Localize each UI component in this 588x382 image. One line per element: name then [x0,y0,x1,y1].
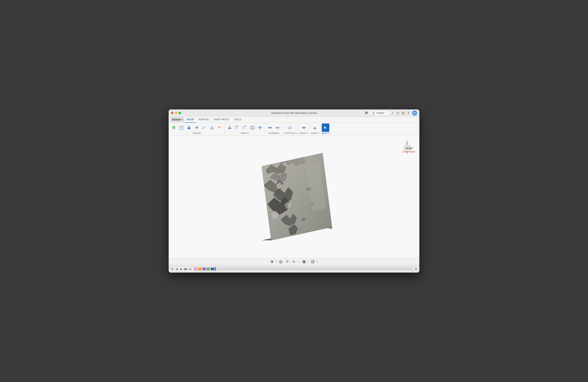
grid-dropdown[interactable]: ▾ [316,260,318,264]
prev-button[interactable]: ◀ [175,267,179,271]
assemble-label: ASSEMBLE▾ [266,132,281,135]
svg-rect-83 [303,261,304,262]
timeline-item-0[interactable] [194,268,197,270]
svg-marker-17 [189,126,190,126]
svg-rect-43 [276,127,277,128]
tab-tools[interactable]: TOOLS [232,117,243,123]
svg-rect-2 [365,113,366,114]
inspect-group: INSPECT▾ [299,123,308,135]
display-dropdown[interactable]: ▾ [307,260,310,264]
loft-button[interactable] [208,123,216,132]
design-dropdown[interactable]: DESIGN ▾ [170,117,184,122]
history-icon[interactable] [401,111,405,115]
svg-rect-41 [270,127,272,128]
new-component-button[interactable]: + [170,123,178,132]
svg-text:X: X [414,151,415,153]
construct-label: CONSTRUCT▾ [284,132,297,135]
close-button[interactable] [171,112,173,114]
svg-rect-32 [252,127,253,129]
next-button[interactable]: ▶▶ [184,267,188,271]
svg-rect-86 [304,262,305,263]
svg-text:3D: 3D [373,113,375,114]
svg-line-79 [294,262,295,263]
toolbar-container: DESIGN ▾ SOLID SURFACE SHEET METAL TOOLS [169,117,419,136]
skip-start-button[interactable]: ⏮ [170,267,174,271]
view-cube[interactable]: Z X FRONT [399,140,414,155]
select-label: SELECT▾ [321,132,330,135]
grid-display-icon[interactable] [311,260,315,264]
pan-icon[interactable] [285,260,290,264]
orbit-icon[interactable] [270,260,274,264]
sweep-button[interactable] [201,123,208,132]
svg-rect-1 [367,112,368,113]
svg-marker-38 [261,127,262,128]
title-bar: Autodesk Fusion 360 (Education License) … [169,109,419,117]
viewport[interactable]: Z X FRONT [169,136,419,258]
maximize-button[interactable] [179,112,181,114]
minimize-button[interactable] [175,112,177,114]
play-button[interactable]: ▶ [179,267,183,271]
sync-icon[interactable] [396,111,399,115]
tab-solid[interactable]: SOLID [185,117,196,123]
timeline-controls: ⏮ ◀ ▶ ▶▶ ⏭ [170,267,192,271]
move-button[interactable] [256,123,264,132]
timeline-track[interactable] [193,267,413,271]
svg-rect-91 [311,260,314,263]
user-avatar[interactable]: BH [412,111,417,115]
svg-rect-40 [268,127,270,128]
svg-rect-77 [280,262,281,263]
revolve-button[interactable] [193,123,201,132]
home-icon[interactable] [279,260,283,264]
modify-group: MODIFY▾ [226,123,264,135]
grid-icon[interactable] [365,111,368,115]
assemble-group: ASSEMBLE▾ [266,123,281,135]
orbit-dropdown[interactable]: ▾ [275,260,277,264]
zoom-icon[interactable] [292,260,296,264]
offset-plane-button[interactable] [287,123,294,132]
svg-rect-44 [277,127,279,128]
help-icon[interactable]: ? [407,111,410,115]
select-button[interactable] [322,123,329,132]
traffic-lights [171,112,181,114]
timeline-item-1[interactable] [198,268,202,270]
construct-group: CONSTRUCT▾ [284,123,297,135]
extrude-button[interactable] [185,123,193,132]
svg-rect-27 [228,128,231,129]
timeline: ⏮ ◀ ▶ ▶▶ ⏭ ⚙ [169,265,419,273]
tab-close[interactable]: × [386,112,387,115]
svg-rect-39 [259,127,261,128]
press-pull-button[interactable] [226,123,233,132]
timeline-item-3[interactable] [207,268,210,270]
chamfer-button[interactable] [241,123,249,132]
create-form-button[interactable] [216,123,223,132]
bt-sep-2 [291,260,291,263]
bottom-toolbar: ▾ ▾ [169,258,419,265]
new-tab-icon[interactable]: + [391,111,394,115]
shell-button[interactable] [249,123,256,132]
fillet-button[interactable] [233,123,241,132]
as-built-joint-button[interactable] [274,123,281,132]
window-title: Autodesk Fusion 360 (Education License) [271,112,317,114]
tab-title: Untitled* [376,112,384,114]
insert-group: INSERT▾ [311,123,319,135]
create-sketch-button[interactable] [178,123,185,132]
timeline-settings-icon[interactable]: ⚙ [414,267,418,271]
separator-6 [320,124,320,134]
measure-button[interactable] [300,123,308,132]
tab-sheet-metal[interactable]: SHEET METAL [211,117,231,123]
svg-text:FRONT: FRONT [406,147,413,150]
insert-button[interactable] [311,123,319,132]
zoom-dropdown[interactable]: ▾ [297,260,299,264]
timeline-item-2[interactable] [202,268,206,270]
tab-surface[interactable]: SURFACE [196,117,211,123]
svg-rect-46 [288,128,292,129]
joint-button[interactable] [266,123,274,132]
svg-marker-70 [412,151,414,153]
display-mode-icon[interactable] [302,260,306,264]
svg-point-75 [272,261,272,262]
skip-end-button[interactable]: ⏭ [189,267,192,271]
svg-rect-85 [303,262,304,263]
timeline-item-4[interactable] [211,268,214,270]
svg-marker-35 [259,126,261,126]
timeline-marker [215,267,216,271]
